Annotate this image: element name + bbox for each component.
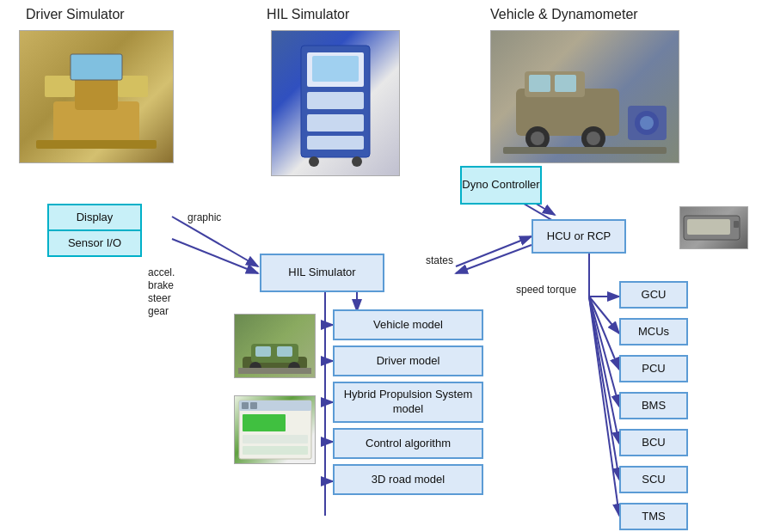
title-hil-simulator: HIL Simulator	[267, 7, 349, 22]
title-vehicle-dynamometer: Vehicle & Dynamometer	[490, 7, 638, 22]
svg-line-46	[172, 239, 258, 273]
scu-box: SCU	[619, 466, 688, 493]
states-label: states	[426, 254, 453, 266]
screen-small-image	[234, 395, 316, 464]
svg-rect-9	[307, 114, 364, 131]
sensor-io-box: Sensor I/O	[47, 229, 142, 257]
svg-rect-42	[250, 402, 257, 409]
svg-rect-10	[307, 136, 364, 150]
accel-label: accel.	[148, 266, 175, 278]
steer-label: steer	[148, 292, 171, 304]
svg-rect-41	[242, 402, 249, 409]
svg-point-24	[640, 116, 654, 130]
tms-box: TMS	[619, 503, 688, 530]
graphic-label: graphic	[187, 211, 221, 223]
svg-rect-16	[529, 75, 550, 92]
bms-box: BMS	[619, 392, 688, 419]
driver-simulator-image	[19, 30, 174, 163]
speed-torque-label: speed torque	[516, 284, 576, 296]
svg-rect-32	[277, 346, 292, 357]
svg-point-19	[531, 131, 544, 145]
svg-rect-39	[243, 435, 308, 443]
road-model-box: 3D road model	[333, 464, 483, 495]
hybrid-propulsion-box: Hybrid Propulsion System model	[333, 382, 483, 423]
svg-rect-17	[555, 75, 576, 92]
car-small-image	[234, 314, 316, 378]
hil-simulator-box: HIL Simulator	[260, 254, 384, 292]
svg-line-54	[589, 297, 619, 333]
svg-point-13	[352, 156, 362, 167]
gcu-box: GCU	[619, 281, 688, 309]
svg-point-12	[309, 156, 319, 167]
dyno-controller-box: Dyno Controller	[460, 166, 542, 205]
svg-line-48	[456, 245, 532, 273]
svg-rect-11	[312, 56, 359, 82]
svg-line-58	[589, 297, 619, 480]
svg-line-57	[589, 297, 619, 443]
bcu-box: BCU	[619, 429, 688, 456]
svg-rect-40	[243, 446, 308, 455]
control-algorithm-box: Control algorithm	[333, 428, 483, 459]
gear-label: gear	[148, 305, 169, 317]
hil-simulator-image	[271, 30, 400, 176]
vehicle-model-box: Vehicle model	[333, 309, 483, 340]
svg-line-45	[172, 217, 258, 266]
svg-rect-27	[687, 219, 730, 235]
svg-rect-31	[255, 346, 271, 357]
mcus-box: MCUs	[619, 318, 688, 345]
svg-line-56	[589, 297, 619, 407]
svg-rect-28	[734, 221, 739, 228]
driver-model-box: Driver model	[333, 345, 483, 376]
svg-rect-8	[307, 92, 364, 109]
title-driver-simulator: Driver Simulator	[26, 7, 125, 22]
brake-label: brake	[148, 279, 174, 291]
svg-rect-5	[36, 140, 157, 149]
svg-rect-38	[243, 414, 286, 431]
svg-rect-35	[238, 368, 311, 374]
svg-rect-37	[239, 401, 311, 411]
vehicle-dynamometer-image	[490, 30, 679, 163]
svg-rect-4	[71, 54, 122, 80]
svg-line-55	[589, 297, 619, 370]
display-box: Display	[47, 204, 142, 231]
hcu-image	[679, 206, 748, 249]
svg-line-59	[589, 297, 619, 516]
hcu-rcp-box: HCU or RCP	[532, 219, 626, 254]
svg-line-47	[456, 236, 532, 266]
svg-point-21	[587, 131, 600, 145]
svg-rect-25	[503, 147, 667, 154]
pcu-box: PCU	[619, 355, 688, 382]
